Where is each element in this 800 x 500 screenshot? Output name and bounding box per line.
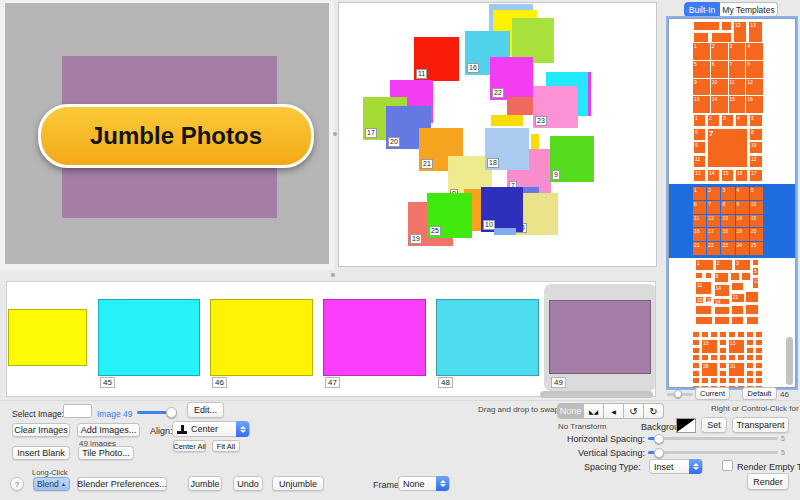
frame-dropdown[interactable]: None: [398, 476, 450, 491]
template-tile: 12: [707, 215, 720, 228]
filmstrip-image[interactable]: [436, 299, 539, 376]
spacing-type-dropdown[interactable]: Inset: [649, 459, 703, 474]
unjumble-button[interactable]: Unjumble: [272, 476, 324, 491]
render-empty-tiles-checkbox[interactable]: [722, 460, 733, 471]
clear-images-button[interactable]: Clear Images: [12, 423, 70, 437]
filmstrip-image[interactable]: [549, 300, 651, 374]
spacing-type-value: Inset: [654, 462, 674, 472]
set-background-button[interactable]: Set: [701, 417, 727, 433]
template-tile: 3: [721, 187, 734, 200]
filmstrip-image[interactable]: [8, 309, 87, 366]
template-tile: 6: [711, 61, 728, 78]
default-button[interactable]: Default: [742, 387, 777, 400]
current-button[interactable]: Current: [695, 387, 730, 400]
template-list-scrollbar[interactable]: [786, 337, 793, 385]
filmstrip-image[interactable]: [210, 299, 313, 376]
canvas-square[interactable]: 10: [481, 187, 523, 232]
center-all-button[interactable]: Center All: [173, 440, 206, 452]
align-icon: [177, 425, 187, 434]
template-tile: 4: [736, 187, 749, 200]
template-item[interactable]: 12345678910111213141516: [693, 43, 763, 113]
template-item[interactable]: 1234567891011121314151617181920212223242…: [693, 187, 763, 255]
horizontal-spacing-slider[interactable]: [648, 432, 778, 445]
template-tile: 13: [728, 339, 745, 354]
stepper-icon: [236, 421, 249, 437]
jumble-button[interactable]: Jumble: [188, 476, 222, 491]
vertical-splitter-handle[interactable]: [333, 132, 337, 136]
align-label: Align:: [150, 426, 173, 436]
template-tile: [752, 259, 759, 266]
rotate-right-segment[interactable]: ↻: [644, 403, 664, 419]
template-tile: 7: [707, 201, 720, 214]
template-tile: 16: [746, 96, 763, 113]
insert-blank-button[interactable]: Insert Blank: [12, 446, 70, 460]
add-images-button[interactable]: Add Images...: [77, 423, 140, 437]
template-tile: 12: [746, 79, 763, 96]
filmstrip-image[interactable]: [323, 299, 426, 376]
canvas-square[interactable]: 11: [414, 37, 459, 81]
canvas-square[interactable]: 22: [490, 57, 533, 100]
template-tile: 5: [750, 187, 763, 200]
canvas-square[interactable]: 25: [427, 193, 472, 238]
template-tile: 16: [693, 228, 706, 241]
jumble-photos-window: Jumble Photos 11162223172021871891924102…: [0, 0, 800, 500]
template-tile: 11: [693, 155, 706, 169]
vertical-spacing-slider[interactable]: [648, 446, 778, 459]
canvas-square[interactable]: 9: [550, 136, 594, 182]
template-tile: [692, 347, 700, 354]
horizontal-spacing-value: 5: [781, 435, 785, 442]
template-item[interactable]: 1213: [693, 21, 763, 43]
rotate-left-segment[interactable]: ↺: [624, 403, 644, 419]
fit-all-button[interactable]: Fit All: [212, 440, 240, 452]
template-tile: 9: [693, 141, 706, 154]
square-number-label: 21: [421, 159, 433, 169]
template-tile: 9: [693, 79, 710, 96]
tab-built-in[interactable]: Built-In: [684, 2, 720, 17]
template-tile: [745, 291, 759, 303]
square-number-label: 18: [487, 158, 499, 168]
template-item[interactable]: 10132831: [692, 331, 764, 388]
blender-preferences-button[interactable]: Blender Preferences...: [77, 477, 167, 491]
template-tile: [730, 272, 740, 281]
template-tile: 11: [729, 79, 746, 96]
canvas-square[interactable]: 23: [533, 86, 578, 128]
template-size-slider[interactable]: [667, 389, 693, 399]
tile-photo-button[interactable]: Tile Photo...: [78, 446, 134, 460]
canvas-square[interactable]: [507, 97, 533, 115]
transform-none-segment[interactable]: None: [557, 403, 584, 419]
select-image-input[interactable]: [63, 404, 92, 418]
select-image-slider[interactable]: [137, 406, 177, 419]
canvas-square[interactable]: [494, 228, 516, 235]
template-tile: [728, 377, 736, 384]
template-tile: 13: [693, 96, 710, 113]
template-tile: [755, 370, 763, 377]
align-value: Center: [191, 424, 218, 434]
template-tile: [755, 362, 763, 369]
canvas-square[interactable]: [491, 115, 523, 126]
blend-dropdown-button[interactable]: Blend ▲: [33, 477, 70, 491]
template-tile: [755, 347, 763, 354]
align-dropdown[interactable]: Center: [172, 421, 250, 437]
square-number-label: 20: [388, 137, 400, 147]
canvas-square[interactable]: 18: [485, 128, 529, 170]
template-tile: [710, 354, 718, 361]
filmstrip-scrollbar[interactable]: [540, 391, 653, 398]
flip-vertical-segment[interactable]: ◀: [604, 403, 624, 419]
filmstrip-number-label: 48: [438, 377, 453, 388]
horizontal-splitter-handle[interactable]: [331, 273, 335, 277]
template-tile: 22: [707, 242, 720, 255]
template-item[interactable]: 1235811121420222421: [695, 259, 759, 325]
transparent-button[interactable]: Transparent: [732, 417, 789, 433]
template-grid: 1234567891011121314151617181920212223242…: [693, 187, 763, 255]
filmstrip-image[interactable]: [98, 299, 200, 376]
render-button[interactable]: Render: [747, 473, 789, 490]
background-color-well[interactable]: [676, 418, 696, 433]
flip-horizontal-segment[interactable]: ◣◢: [584, 403, 604, 419]
template-tile: [746, 370, 754, 377]
tab-my-templates[interactable]: My Templates: [720, 2, 778, 17]
template-tile: [719, 377, 727, 384]
help-button[interactable]: ?: [10, 477, 24, 491]
template-item[interactable]: 1234568791011121314151617: [693, 114, 763, 182]
edit-button[interactable]: Edit...: [187, 402, 224, 418]
undo-button[interactable]: Undo: [233, 476, 263, 491]
